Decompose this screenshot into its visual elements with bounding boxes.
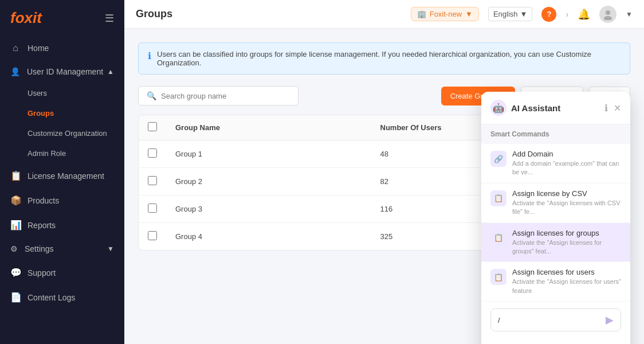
sidebar: foxit ☰ ⌂ Home 👤 User ID Management ▲ Us… <box>0 0 124 344</box>
smart-commands-header: Smart Commands <box>481 124 630 144</box>
row-checkbox-3[interactable] <box>148 231 157 240</box>
content-logs-icon: 📄 <box>10 292 21 303</box>
help-icon: ? <box>547 10 551 18</box>
sidebar-item-groups-label: Groups <box>28 109 54 118</box>
topbar: Groups 🏢 Foxit-new ▼ English ▼ ? › 🔔 ▼ <box>124 0 644 29</box>
command-title-add-domain: Add Domain <box>512 150 621 158</box>
logo: foxit <box>10 9 42 27</box>
command-icon-assign-license-csv: 📋 <box>490 190 506 206</box>
language-selector[interactable]: English ▼ <box>488 7 533 21</box>
sidebar-item-settings[interactable]: ⚙ Settings ▼ <box>0 237 124 260</box>
chevron-up-icon: ▲ <box>107 68 114 76</box>
ai-avatar-icon: 🤖 <box>493 103 504 114</box>
sidebar-item-support[interactable]: 💬 Support <box>0 260 124 285</box>
sidebar-item-users[interactable]: Users <box>0 83 124 103</box>
row-checkbox-0[interactable] <box>148 148 157 158</box>
notification-bell-icon[interactable]: 🔔 <box>578 8 590 21</box>
hamburger-menu[interactable]: ☰ <box>105 12 114 25</box>
main-area: Groups 🏢 Foxit-new ▼ English ▼ ? › 🔔 ▼ <box>124 0 644 344</box>
search-box[interactable]: 🔍 <box>138 86 299 105</box>
command-title-assign-licenses-users: Assign licenses for users <box>512 268 621 276</box>
ai-panel-actions: ℹ ✕ <box>604 103 621 114</box>
sidebar-item-home[interactable]: ⌂ Home <box>0 36 124 60</box>
foxit-badge-label: Foxit-new <box>430 10 462 18</box>
ai-footer: AI responses serve as references. For mo… <box>481 338 630 344</box>
foxit-badge[interactable]: 🏢 Foxit-new ▼ <box>411 7 479 21</box>
select-all-checkbox[interactable] <box>148 122 157 131</box>
content-area: ℹ Users can be classified into groups fo… <box>124 29 644 344</box>
sidebar-item-groups[interactable]: Groups <box>0 103 124 123</box>
sidebar-item-reports-label: Reports <box>28 221 56 230</box>
ai-command-assign-licenses-users[interactable]: 📋 Assign licenses for users Activate the… <box>481 262 630 302</box>
col-group-name: Group Name <box>166 115 371 140</box>
row-checkbox-2[interactable] <box>148 204 157 213</box>
info-icon: ℹ <box>148 50 151 61</box>
support-icon: 💬 <box>10 267 21 278</box>
language-label: English <box>493 10 518 18</box>
ai-input[interactable] <box>498 316 606 325</box>
ai-command-assign-license-csv[interactable]: 📋 Assign license by CSV Activate the "As… <box>481 183 630 223</box>
search-icon: 🔍 <box>147 91 156 100</box>
info-banner-text: Users can be classified into groups for … <box>157 50 621 67</box>
avatar-chevron-icon[interactable]: ▼ <box>626 10 633 18</box>
svg-point-1 <box>604 16 612 20</box>
command-icon-add-domain: 🔗 <box>490 151 506 167</box>
sidebar-logo: foxit ☰ <box>0 0 124 36</box>
sidebar-item-products[interactable]: 📦 Products <box>0 188 124 213</box>
sidebar-item-reports[interactable]: 📊 Reports <box>0 213 124 237</box>
ai-send-button[interactable]: ▶ <box>606 314 614 326</box>
sidebar-item-admin-role[interactable]: Admin Role <box>0 143 124 163</box>
command-desc-assign-license-csv: Activate the "Assign licenses with CSV f… <box>512 199 621 217</box>
sidebar-nav: ⌂ Home 👤 User ID Management ▲ Users Grou… <box>0 36 124 344</box>
user-id-management-icon: 👤 <box>10 67 20 76</box>
search-input[interactable] <box>161 92 290 100</box>
ai-panel-title: 🤖 AI Assistant <box>490 100 560 116</box>
sidebar-item-customize-org-label: Customize Organization <box>28 129 107 138</box>
language-chevron-icon: ▼ <box>520 10 528 18</box>
sidebar-item-user-id-management[interactable]: 👤 User ID Management ▲ <box>0 60 124 83</box>
ai-close-button[interactable]: ✕ <box>614 103 621 114</box>
group-name-cell: Group 3 <box>166 196 371 223</box>
ai-panel-header: 🤖 AI Assistant ℹ ✕ <box>481 92 630 124</box>
home-icon: ⌂ <box>10 43 21 53</box>
smart-commands-label: Smart Commands <box>490 130 549 138</box>
help-button[interactable]: ? <box>541 7 556 22</box>
command-title-assign-licenses-groups: Assign licenses for groups <box>512 229 621 237</box>
avatar[interactable] <box>599 6 616 23</box>
ai-command-add-domain[interactable]: 🔗 Add Domain Add a domain "example.com" … <box>481 144 630 183</box>
sidebar-item-license-management[interactable]: 📋 License Management <box>0 163 124 188</box>
sidebar-item-user-id-management-label: User ID Management <box>27 67 103 76</box>
settings-icon: ⚙ <box>10 244 18 253</box>
group-name-cell: Group 2 <box>166 168 371 196</box>
ai-command-assign-licenses-groups[interactable]: 📋 Assign licenses for groups Activate th… <box>481 223 630 263</box>
arrow-right-icon: › <box>566 10 568 19</box>
command-text-add-domain: Add Domain Add a domain "example.com" th… <box>512 150 621 177</box>
sidebar-item-home-label: Home <box>28 44 49 53</box>
command-text-assign-licenses-users: Assign licenses for users Activate the "… <box>512 268 621 295</box>
ai-input-wrap: ▶ <box>490 308 621 331</box>
sidebar-item-content-logs-label: Content Logs <box>28 293 75 302</box>
topbar-right: 🏢 Foxit-new ▼ English ▼ ? › 🔔 ▼ <box>411 6 633 23</box>
command-desc-add-domain: Add a domain "example.com" that can be v… <box>512 159 621 177</box>
ai-info-button[interactable]: ℹ <box>604 103 608 114</box>
sidebar-item-users-label: Users <box>28 89 47 97</box>
sidebar-item-content-logs[interactable]: 📄 Content Logs <box>0 285 124 310</box>
ai-panel-title-label: AI Assistant <box>511 103 560 113</box>
row-checkbox-1[interactable] <box>148 176 157 185</box>
page-title: Groups <box>136 8 172 20</box>
command-desc-assign-licenses-groups: Activate the "Assign licenses for groups… <box>512 239 621 256</box>
command-text-assign-license-csv: Assign license by CSV Activate the "Assi… <box>512 189 621 217</box>
sidebar-item-customize-org[interactable]: Customize Organization <box>0 123 124 143</box>
group-name-cell: Group 4 <box>166 223 371 251</box>
sidebar-item-support-label: Support <box>28 268 56 277</box>
sidebar-item-products-label: Products <box>28 196 59 205</box>
command-text-assign-licenses-groups: Assign licenses for groups Activate the … <box>512 229 621 256</box>
chevron-down-icon: ▼ <box>107 245 114 253</box>
command-icon-assign-licenses-users: 📋 <box>490 269 506 285</box>
reports-icon: 📊 <box>10 220 21 230</box>
products-icon: 📦 <box>10 195 21 206</box>
info-banner: ℹ Users can be classified into groups fo… <box>138 42 630 75</box>
sidebar-item-settings-label: Settings <box>25 244 54 253</box>
command-icon-assign-licenses-groups: 📋 <box>490 230 506 246</box>
foxit-badge-chevron: ▼ <box>465 10 473 18</box>
